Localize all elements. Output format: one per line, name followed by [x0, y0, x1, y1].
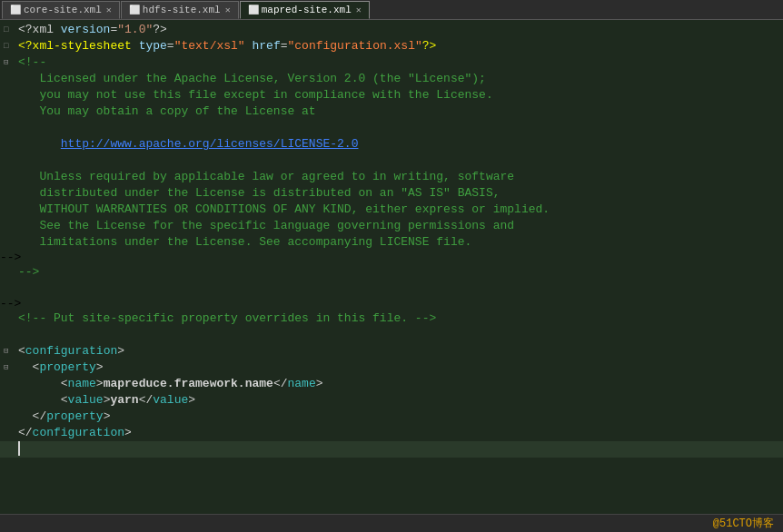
code-24: </configuration> [18, 425, 132, 441]
code-22: <value>yarn</value> [18, 392, 195, 409]
code-18 [18, 327, 25, 343]
code-15: --> [18, 264, 39, 281]
line-21: <name>mapreduce.framework.name</name> [0, 376, 783, 392]
tab-xml-icon: ⬜ [10, 5, 21, 15]
gutter-24 [4, 425, 15, 441]
app-container: ⬜ core-site.xml ✕ ⬜ hdfs-site.xml ✕ ⬜ ma… [0, 0, 783, 532]
tab-hdfs-site-close[interactable]: ✕ [225, 5, 231, 15]
code-14: limitations under the License. See accom… [18, 234, 471, 251]
gutter-7 [4, 120, 15, 136]
gutter-21 [4, 376, 15, 392]
line-3: ⊟ <!-- [0, 54, 783, 71]
tab-core-site-label: core-site.xml [24, 5, 102, 15]
line-12: WITHOUT WARRANTIES OR CONDITIONS OF ANY … [0, 202, 783, 218]
tab-bar: ⬜ core-site.xml ✕ ⬜ hdfs-site.xml ✕ ⬜ ma… [0, 0, 783, 20]
code-19: <configuration> [18, 343, 124, 360]
gutter-14 [4, 234, 15, 251]
line-9 [0, 153, 783, 169]
gutter-8 [4, 136, 15, 153]
tab-mapred-xml-icon: ⬜ [248, 5, 259, 15]
tab-mapred-site[interactable]: ⬜ mapred-site.xml ✕ [240, 1, 370, 19]
gutter-12 [4, 202, 15, 218]
tab-hdfs-xml-icon: ⬜ [129, 5, 140, 15]
gutter-23 [4, 409, 15, 425]
gutter-5 [4, 87, 15, 103]
gutter-25 [4, 441, 15, 458]
code-12: WITHOUT WARRANTIES OR CONDITIONS OF ANY … [18, 202, 550, 218]
line-8: http://www.apache.org/licenses/LICENSE-2… [0, 136, 783, 153]
gutter-16 [4, 281, 15, 297]
line-23: </property> [0, 409, 783, 425]
tab-mapred-site-label: mapred-site.xml [262, 5, 352, 15]
gutter-17 [4, 310, 15, 327]
tab-mapred-site-close[interactable]: ✕ [356, 5, 362, 15]
gutter-22 [4, 392, 15, 409]
code-17: <!-- Put site-specific property override… [18, 310, 436, 327]
gutter-19: ⊟ [4, 343, 15, 360]
gutter-18 [4, 327, 15, 343]
code-2: <?xml-stylesheet type="text/xsl" href="c… [18, 38, 436, 54]
tab-hdfs-site-label: hdfs-site.xml [143, 5, 221, 15]
code-7 [18, 120, 25, 136]
code-3: <!-- [18, 54, 46, 71]
code-6: You may obtain a copy of the License at [18, 103, 316, 120]
gutter-10 [4, 169, 15, 185]
gutter-11 [4, 185, 15, 202]
line-18 [0, 327, 783, 343]
code-20: <property> [18, 360, 104, 376]
code-5: you may not use this file except in comp… [18, 87, 493, 103]
cursor [18, 441, 27, 456]
status-bar: @51CTO博客 [0, 514, 783, 532]
line-24: </configuration> [0, 425, 783, 441]
line-15: --> [0, 264, 783, 281]
code-1: <?xml version="1.0"?> [18, 22, 167, 38]
line-1: □ <?xml version="1.0"?> [0, 22, 783, 38]
line-19: ⊟ <configuration> [0, 343, 783, 360]
code-11: distributed under the License is distrib… [18, 185, 501, 202]
code-4: Licensed under the Apache License, Versi… [18, 71, 486, 87]
editor-area[interactable]: □ <?xml version="1.0"?> □ <?xml-styleshe… [0, 20, 783, 514]
gutter-9 [4, 153, 15, 169]
line-7 [0, 120, 783, 136]
line-25 [0, 441, 783, 458]
gutter-13 [4, 218, 15, 234]
line-14: limitations under the License. See accom… [0, 234, 783, 251]
line-11: distributed under the License is distrib… [0, 185, 783, 202]
code-13: See the License for the specific languag… [18, 218, 514, 234]
line-22: <value>yarn</value> [0, 392, 783, 409]
line-20: ⊟ <property> [0, 360, 783, 376]
code-21: <name>mapreduce.framework.name</name> [18, 376, 323, 392]
line-4: Licensed under the Apache License, Versi… [0, 71, 783, 87]
gutter-1: □ [4, 22, 15, 38]
line-10: Unless required by applicable law or agr… [0, 169, 783, 185]
gutter-20: ⊟ [4, 360, 15, 376]
gutter-3: ⊟ [4, 54, 15, 71]
gutter-2: □ [4, 38, 15, 54]
code-16 [18, 281, 25, 297]
line-16 [0, 281, 783, 297]
line-13: See the License for the specific languag… [0, 218, 783, 234]
code-10: Unless required by applicable law or agr… [18, 169, 514, 185]
code-8: http://www.apache.org/licenses/LICENSE-2… [18, 136, 358, 153]
code-9 [18, 153, 25, 169]
tab-core-site-close[interactable]: ✕ [106, 5, 112, 15]
gutter-4 [4, 71, 15, 87]
line-6: You may obtain a copy of the License at [0, 103, 783, 120]
tab-core-site[interactable]: ⬜ core-site.xml ✕ [2, 1, 120, 19]
watermark-text: @51CTO博客 [713, 516, 774, 531]
line-2: □ <?xml-stylesheet type="text/xsl" href=… [0, 38, 783, 54]
gutter-6 [4, 103, 15, 120]
gutter-15 [4, 264, 15, 281]
tab-hdfs-site[interactable]: ⬜ hdfs-site.xml ✕ [121, 1, 239, 19]
code-23: </property> [18, 409, 110, 425]
line-5: you may not use this file except in comp… [0, 87, 783, 103]
line-17: <!-- Put site-specific property override… [0, 310, 783, 327]
